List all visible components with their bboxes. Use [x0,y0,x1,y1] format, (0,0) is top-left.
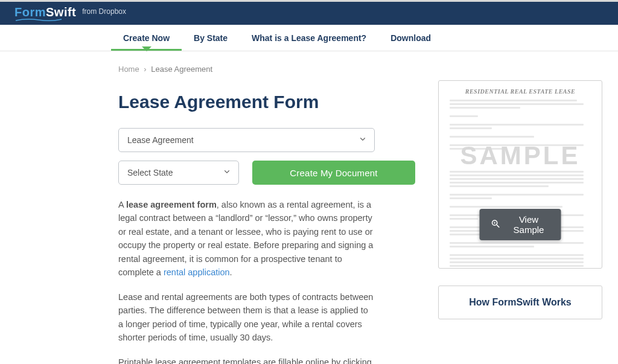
intro-paragraph-1: A lease agreement form, also known as a … [118,198,375,279]
site-header: FormSwift from Dropbox [0,2,618,25]
breadcrumb: Home › Lease Agreement [118,65,415,74]
how-it-works-box: How FormSwift Works [438,286,602,319]
chevron-down-icon [223,168,231,178]
page-title: Lease Agreement Form [118,92,415,112]
sidebar: RESIDENTIAL REAL ESTATE LEASE SA [438,65,602,364]
sample-preview: RESIDENTIAL REAL ESTATE LEASE SA [438,80,602,269]
state-select[interactable]: Select State [118,161,239,185]
nav-download[interactable]: Download [378,25,443,51]
view-sample-label: View Sample [508,214,550,235]
breadcrumb-home[interactable]: Home [118,65,139,74]
magnify-plus-icon [491,219,502,231]
nav-by-state[interactable]: By State [182,25,240,51]
nav-what-is[interactable]: What is a Lease Agreement? [240,25,378,51]
view-sample-button[interactable]: View Sample [480,209,561,240]
nav-create-now[interactable]: Create Now [111,25,182,51]
document-type-value: Lease Agreement [127,135,194,145]
breadcrumb-sep: › [144,65,146,74]
rental-application-link[interactable]: rental application [164,267,230,277]
logo[interactable]: FormSwift [14,5,76,22]
chevron-down-icon [358,135,367,145]
intro-paragraph-2: Lease and rental agreements are both typ… [118,290,375,345]
primary-nav: Create Now By State What is a Lease Agre… [0,25,618,51]
main-content: Home › Lease Agreement Lease Agreement F… [118,65,415,364]
state-value: Select State [127,168,173,177]
logo-part2: Swift [46,5,76,19]
logo-part1: Form [14,5,46,19]
intro-paragraph-3: Printable lease agreement templates are … [118,356,375,364]
how-it-works-title: How FormSwift Works [451,297,590,308]
create-document-button[interactable]: Create My Document [252,161,415,185]
sample-doc-title: RESIDENTIAL REAL ESTATE LEASE [450,88,591,95]
brand-suffix: from Dropbox [82,7,126,16]
document-type-select[interactable]: Lease Agreement [118,128,375,152]
breadcrumb-current: Lease Agreement [151,65,212,74]
